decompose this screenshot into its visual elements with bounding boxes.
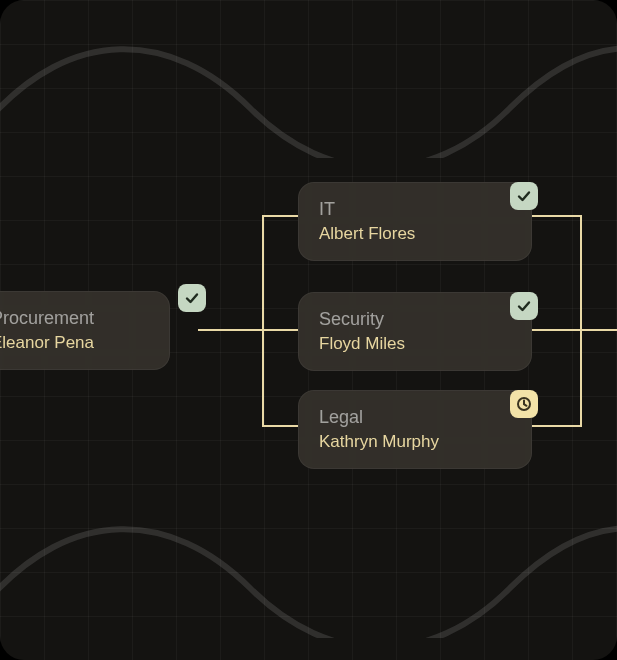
check-icon bbox=[184, 290, 200, 306]
node-person: Kathryn Murphy bbox=[319, 432, 511, 452]
node-department: IT bbox=[319, 199, 511, 220]
workflow-diagram: Procurement Eleanor Pena IT Albert Flore… bbox=[0, 0, 617, 660]
status-badge-check bbox=[510, 292, 538, 320]
connector bbox=[262, 215, 264, 427]
check-icon bbox=[516, 298, 532, 314]
workflow-node-security[interactable]: Security Floyd Miles bbox=[298, 292, 532, 371]
status-badge-pending bbox=[510, 390, 538, 418]
connector bbox=[580, 329, 617, 331]
status-badge-check bbox=[178, 284, 206, 312]
connector bbox=[532, 425, 582, 427]
clock-icon bbox=[516, 396, 532, 412]
node-department: Legal bbox=[319, 407, 511, 428]
connector bbox=[532, 329, 582, 331]
status-badge-check bbox=[510, 182, 538, 210]
connector bbox=[532, 215, 582, 217]
workflow-node-it[interactable]: IT Albert Flores bbox=[298, 182, 532, 261]
connector bbox=[580, 215, 582, 427]
workflow-node-procurement[interactable]: Procurement Eleanor Pena bbox=[0, 291, 170, 370]
connector bbox=[262, 215, 298, 217]
check-icon bbox=[516, 188, 532, 204]
node-person: Floyd Miles bbox=[319, 334, 511, 354]
workflow-node-legal[interactable]: Legal Kathryn Murphy bbox=[298, 390, 532, 469]
node-department: Security bbox=[319, 309, 511, 330]
node-department: Procurement bbox=[0, 308, 149, 329]
connector bbox=[262, 425, 298, 427]
connector bbox=[262, 329, 298, 331]
node-person: Eleanor Pena bbox=[0, 333, 149, 353]
node-person: Albert Flores bbox=[319, 224, 511, 244]
connector bbox=[198, 329, 264, 331]
